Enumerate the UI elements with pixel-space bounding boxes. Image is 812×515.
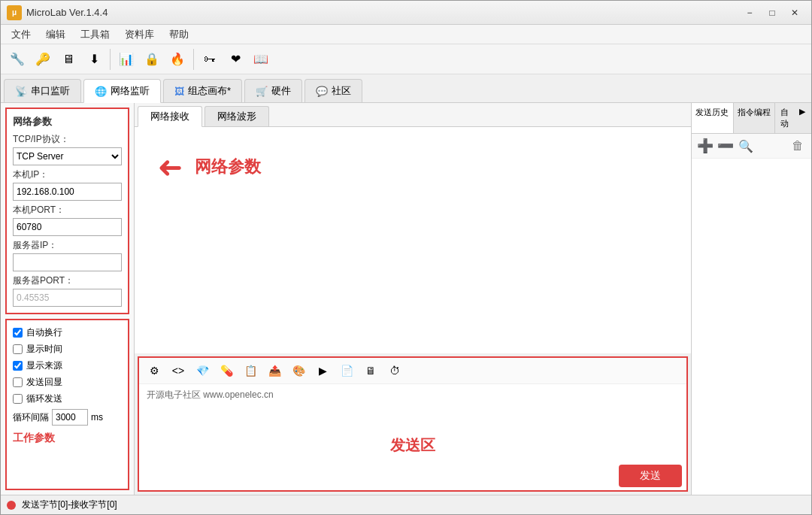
hardware-icon: 🛒: [256, 86, 268, 97]
right-tab-expand[interactable]: ▶: [793, 103, 811, 133]
interval-unit: ms: [91, 412, 103, 423]
send-tb-monitor[interactable]: 🖥: [360, 361, 381, 380]
send-tb-pill[interactable]: 💊: [216, 361, 237, 380]
server-ip-input[interactable]: [13, 253, 122, 271]
right-search-button[interactable]: 🔍: [737, 137, 755, 155]
right-filter-button[interactable]: 🗑: [789, 137, 807, 155]
toolbar-btn-lock[interactable]: 🔒: [140, 47, 164, 71]
menu-edit[interactable]: 编辑: [38, 26, 73, 43]
send-tb-doc[interactable]: 📄: [336, 361, 357, 380]
right-toolbar: ➕ ➖ 🔍 🗑: [692, 134, 811, 159]
tab-serial[interactable]: 📡 串口监听: [4, 79, 81, 102]
auto-newline-label: 自动换行: [26, 326, 62, 339]
tab-hardware-label: 硬件: [271, 84, 291, 98]
menu-help[interactable]: 帮助: [162, 26, 196, 43]
network-params-title: 网络参数: [13, 115, 122, 129]
send-button[interactable]: 发送: [619, 465, 682, 487]
send-tb-color[interactable]: 🎨: [288, 361, 309, 380]
main-window: μ MicroLab Ver.1.4.4 − □ ✕ 文件 编辑 工具箱 资料库…: [0, 0, 812, 515]
toolbar-btn-settings[interactable]: 🔧: [5, 47, 29, 71]
right-remove-button[interactable]: ➖: [717, 137, 735, 155]
center-panel: 网络接收 网络波形 ➜ 网络参数 ⚙ <> 💎 💊 📋 📤: [135, 103, 691, 495]
send-echo-label: 发送回显: [26, 376, 62, 389]
inner-tab-wave[interactable]: 网络波形: [205, 106, 269, 126]
right-add-button[interactable]: ➕: [696, 137, 714, 155]
toolbar-btn-monitor[interactable]: 🖥: [56, 47, 80, 71]
menu-library[interactable]: 资料库: [117, 26, 162, 43]
send-area: ⚙ <> 💎 💊 📋 📤 🎨 ▶ 📄 🖥 ⏱ 开源电子社区 www.openel…: [138, 356, 688, 492]
tab-hardware[interactable]: 🛒 硬件: [244, 79, 302, 102]
work-params-section: 自动换行 显示时间 显示来源 发送回显 循环发送: [5, 319, 129, 490]
local-port-label: 本机PORT：: [13, 204, 122, 217]
show-time-checkbox[interactable]: [13, 344, 23, 354]
protocol-label: TCP/IP协议：: [13, 133, 122, 146]
close-button[interactable]: ✕: [784, 5, 805, 21]
send-tb-code[interactable]: <>: [168, 361, 189, 380]
status-bar: 发送字节[0]-接收字节[0]: [1, 495, 811, 514]
send-tb-terminal[interactable]: ▶: [312, 361, 333, 380]
server-port-label: 服务器PORT：: [13, 274, 122, 287]
menu-tools[interactable]: 工具箱: [73, 26, 117, 43]
right-tab-commands[interactable]: 指令编程: [734, 103, 776, 133]
interval-input[interactable]: [52, 409, 88, 426]
send-tb-timer[interactable]: ⏱: [384, 361, 405, 380]
send-tb-clipboard-out[interactable]: 📤: [264, 361, 285, 380]
send-tb-settings[interactable]: ⚙: [144, 361, 165, 380]
tab-serial-label: 串口监听: [31, 84, 70, 98]
minimize-button[interactable]: −: [739, 5, 760, 21]
toolbar-btn-key[interactable]: 🔑: [31, 47, 55, 71]
community-icon: 💬: [316, 86, 328, 97]
right-tab-history[interactable]: 发送历史: [692, 103, 734, 133]
right-content: [692, 159, 811, 495]
send-text-area: 开源电子社区 www.openelec.cn: [139, 384, 686, 429]
tab-community-label: 社区: [332, 84, 351, 98]
protocol-select[interactable]: TCP Server TCP Client UDP: [13, 147, 122, 165]
show-time-label: 显示时间: [26, 343, 62, 356]
app-icon: μ: [7, 5, 22, 20]
auto-newline-checkbox[interactable]: [13, 328, 23, 338]
network-params-section: 网络参数 TCP/IP协议： TCP Server TCP Client UDP…: [5, 108, 129, 314]
send-tb-gem[interactable]: 💎: [192, 361, 213, 380]
network-icon: 🌐: [95, 86, 107, 97]
toolbar-btn-password[interactable]: 🗝: [198, 47, 222, 71]
canvas-icon: 🖼: [174, 86, 184, 97]
toolbar-btn-chart[interactable]: 📊: [114, 47, 138, 71]
right-tab-auto[interactable]: 自动: [775, 103, 793, 133]
local-port-input[interactable]: [13, 218, 122, 236]
serial-icon: 📡: [15, 86, 27, 97]
send-echo-checkbox[interactable]: [13, 377, 23, 387]
maximize-button[interactable]: □: [762, 5, 783, 21]
window-controls: − □ ✕: [739, 5, 805, 21]
interval-label: 循环间隔: [13, 411, 49, 424]
send-website-text: 开源电子社区 www.openelec.cn: [147, 389, 679, 401]
send-tb-clipboard-in[interactable]: 📋: [240, 361, 261, 380]
tab-community[interactable]: 💬 社区: [304, 79, 362, 102]
send-area-label: 发送区: [139, 429, 686, 462]
tab-canvas[interactable]: 🖼 组态画布*: [163, 79, 242, 102]
tab-canvas-label: 组态画布*: [188, 84, 231, 98]
toolbar-btn-book[interactable]: 📖: [249, 47, 273, 71]
send-echo-row: 发送回显: [13, 376, 122, 389]
tab-bar: 📡 串口监听 🌐 网络监听 🖼 组态画布* 🛒 硬件 💬 社区: [1, 74, 811, 103]
menu-file[interactable]: 文件: [4, 26, 38, 43]
toolbar-btn-download[interactable]: ⬇: [82, 47, 106, 71]
title-bar: μ MicroLab Ver.1.4.4 − □ ✕: [1, 1, 811, 25]
network-params-annotation: ➜ 网络参数: [157, 150, 261, 184]
toolbar-btn-heart[interactable]: ❤: [223, 47, 247, 71]
toolbar-btn-fire[interactable]: 🔥: [165, 47, 189, 71]
inner-tab-receive[interactable]: 网络接收: [138, 106, 202, 127]
main-content: 网络参数 TCP/IP协议： TCP Server TCP Client UDP…: [1, 103, 811, 495]
server-port-input[interactable]: [13, 289, 122, 307]
send-content: 开源电子社区 www.openelec.cn 发送区: [139, 384, 686, 462]
status-dot: [7, 501, 16, 510]
loop-send-checkbox[interactable]: [13, 394, 23, 404]
server-ip-label: 服务器IP：: [13, 239, 122, 252]
toolbar-separator-2: [193, 49, 194, 70]
show-source-checkbox[interactable]: [13, 361, 23, 371]
right-panel: 发送历史 指令编程 自动 ▶ ➕ ➖ 🔍 🗑: [691, 103, 811, 495]
left-panel: 网络参数 TCP/IP协议： TCP Server TCP Client UDP…: [1, 103, 135, 495]
send-toolbar: ⚙ <> 💎 💊 📋 📤 🎨 ▶ 📄 🖥 ⏱: [139, 358, 686, 384]
local-ip-input[interactable]: [13, 183, 122, 201]
send-bottom-bar: 发送: [139, 462, 686, 490]
tab-network[interactable]: 🌐 网络监听: [83, 79, 161, 103]
